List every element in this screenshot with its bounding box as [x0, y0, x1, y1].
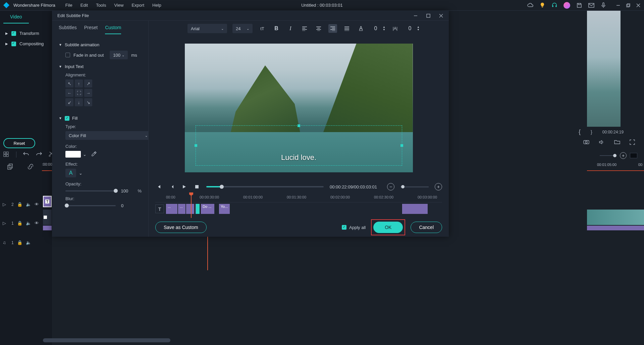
maximize-icon[interactable] — [626, 3, 631, 8]
lock-icon[interactable]: 🔒 — [17, 240, 22, 245]
subtitle-clip[interactable]: ... — [178, 204, 185, 214]
reset-button[interactable]: Reset — [3, 138, 35, 148]
text-track-icon[interactable]: T — [155, 205, 164, 213]
folder-arrow-icon[interactable] — [614, 139, 620, 146]
visibility-icon[interactable]: 👁 — [35, 221, 40, 226]
align-bottom-left[interactable]: ↙ — [65, 98, 73, 106]
speaker-icon[interactable] — [599, 139, 605, 146]
zoom-in-icon[interactable]: + — [620, 152, 627, 159]
main-timeline-ruler[interactable]: 00:01:05:00 00: — [587, 162, 644, 171]
lightbulb-icon[interactable] — [539, 2, 545, 8]
spinner-icon[interactable]: ▲▼ — [383, 26, 385, 31]
case-toggle-icon[interactable]: tT — [258, 24, 267, 33]
align-center-icon[interactable] — [314, 24, 323, 33]
undo-icon[interactable] — [23, 152, 29, 158]
cloud-icon[interactable] — [527, 2, 533, 8]
chevron-down-icon[interactable]: ⌄ — [79, 171, 83, 176]
camera-icon[interactable] — [583, 139, 589, 146]
slider-thumb-icon[interactable] — [613, 154, 616, 157]
stop-icon[interactable] — [194, 183, 200, 190]
chevron-down-icon[interactable]: ⌄ — [83, 152, 87, 157]
color-swatch[interactable] — [65, 151, 81, 158]
subtitle-clip-active[interactable] — [196, 204, 200, 214]
section-fill[interactable]: ▼ Fill — [59, 116, 142, 121]
dialog-close-icon[interactable] — [439, 13, 443, 18]
main-timeline-playhead[interactable] — [207, 237, 208, 270]
slider-thumb-icon[interactable] — [65, 204, 69, 208]
effect-preview[interactable]: A — [65, 169, 76, 177]
ok-button[interactable]: OK — [373, 222, 403, 233]
letter-spacing-control[interactable]: 0 ▲▼ — [405, 25, 420, 32]
fade-checkbox[interactable] — [65, 53, 70, 57]
fill-type-select[interactable]: Color Fill⌄ — [65, 131, 149, 140]
sidebar-item-transform[interactable]: ▶ Transform — [0, 28, 52, 39]
align-top[interactable]: ↑ — [75, 79, 83, 88]
zoom-out-icon[interactable]: − — [387, 183, 394, 190]
blur-slider[interactable] — [65, 205, 116, 206]
subtitle-text[interactable]: Lucid love. — [281, 153, 316, 162]
main-video-clip[interactable] — [43, 210, 52, 225]
align-top-right[interactable]: ↗ — [84, 79, 92, 88]
audio-level-icon[interactable] — [630, 153, 637, 158]
eyedropper-icon[interactable] — [91, 151, 97, 157]
music-note-icon[interactable]: ♫ — [3, 240, 8, 245]
apply-all-checkbox[interactable] — [342, 225, 346, 230]
mail-icon[interactable] — [588, 2, 594, 8]
resize-handle-icon[interactable] — [298, 124, 300, 127]
prev-frame-icon[interactable] — [155, 183, 162, 190]
zoom-slider[interactable] — [600, 155, 616, 156]
menu-file[interactable]: File — [65, 3, 72, 8]
section-input-text[interactable]: ▼ Input Text — [59, 64, 142, 69]
track-play-icon[interactable]: ▷ — [3, 202, 8, 207]
minimize-icon[interactable] — [616, 3, 621, 8]
fade-duration-select[interactable]: 100⌄ — [110, 51, 128, 59]
section-subtitle-animation[interactable]: ▼ Subtitle animation — [59, 42, 142, 47]
brace-open-icon[interactable]: { — [579, 128, 581, 135]
close-icon[interactable] — [636, 3, 641, 8]
save-icon[interactable] — [576, 2, 582, 8]
preview-progress-slider[interactable] — [206, 186, 324, 187]
main-track-video-clip[interactable] — [587, 210, 644, 225]
align-bottom[interactable]: ↓ — [75, 98, 83, 106]
align-left-icon[interactable] — [300, 24, 309, 33]
zoom-in-icon[interactable]: + — [435, 183, 442, 190]
dialog-maximize-icon[interactable] — [426, 13, 431, 18]
save-as-custom-button[interactable]: Save as Custom — [155, 222, 207, 233]
subtitle-clip[interactable] — [402, 204, 428, 214]
main-subtitle-clip[interactable] — [43, 226, 52, 230]
subtitle-clip[interactable]: Yo... — [219, 204, 230, 214]
mic-icon[interactable] — [600, 2, 606, 8]
align-justify-icon[interactable] — [342, 24, 351, 33]
step-back-icon[interactable] — [168, 183, 175, 190]
align-center[interactable]: ⛶ — [75, 89, 83, 97]
video-preview-frame[interactable]: Lucid love. — [185, 44, 413, 172]
subtitle-clip[interactable] — [186, 204, 194, 214]
font-family-select[interactable]: Arial⌄ — [187, 24, 227, 33]
align-bottom-right[interactable]: ↘ — [84, 98, 92, 106]
menu-view[interactable]: View — [114, 3, 123, 8]
fullscreen-icon[interactable] — [630, 139, 636, 146]
tab-preset[interactable]: Preset — [84, 25, 98, 34]
align-top-left[interactable]: ↖ — [65, 79, 73, 88]
menu-export[interactable]: Export — [131, 3, 144, 8]
mute-icon[interactable]: 🔈 — [26, 240, 31, 245]
grid-icon[interactable] — [3, 152, 9, 158]
letter-spacing-icon[interactable]: |A| — [391, 24, 399, 33]
text-color-icon[interactable]: A — [357, 24, 365, 33]
subtitle-ruler[interactable]: 00:00 00:00:30:00 00:01:00:00 00:01:30:0… — [155, 194, 442, 203]
user-avatar-icon[interactable] — [564, 2, 570, 9]
tab-video[interactable]: Video — [3, 11, 29, 23]
play-icon[interactable] — [181, 183, 187, 190]
slider-thumb-icon[interactable] — [220, 185, 224, 189]
main-track-subtitle-clip[interactable] — [587, 226, 644, 230]
subtitle-playhead[interactable] — [191, 194, 192, 218]
mute-icon[interactable]: 🔈 — [26, 202, 31, 207]
cancel-button[interactable]: Cancel — [411, 222, 442, 233]
subtitle-clip[interactable]: Do ... — [201, 204, 214, 214]
lock-icon[interactable]: 🔒 — [17, 221, 22, 226]
align-left[interactable]: ← — [65, 89, 73, 97]
spinner-icon[interactable]: ▲▼ — [417, 26, 420, 31]
link-icon[interactable] — [28, 164, 34, 170]
tab-subtitles[interactable]: Subtitles — [59, 25, 77, 34]
redo-icon[interactable] — [36, 152, 42, 158]
